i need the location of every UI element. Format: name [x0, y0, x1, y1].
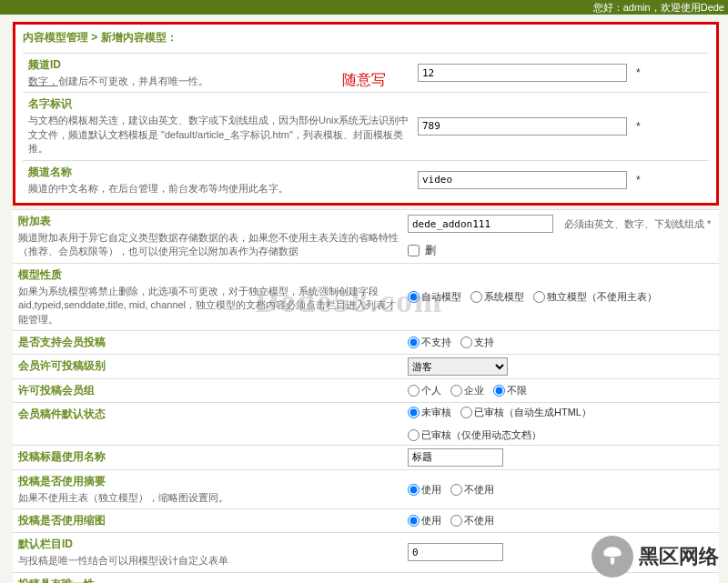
label-unique: 投稿具有唯一性 如果投稿是唯一的（会员只能在这个模型对应的栏目中发布单篇文档），… [13, 573, 404, 583]
breadcrumb: 内容模型管理 > 新增内容模型： [23, 30, 709, 45]
label-use-desc: 投稿是否使用摘要 如果不使用主表（独立模型），缩略图设置同。 [13, 470, 404, 508]
label-allow-group: 许可投稿会员组 [13, 379, 404, 402]
label-channel-name: 频道名称 频道的中文名称，在后台管理，前台发布等均使用此名字。 [23, 161, 414, 199]
channel-id-input[interactable] [418, 64, 627, 82]
radio-usedesc-yes[interactable] [408, 484, 420, 496]
highlight-box: 内容模型管理 > 新增内容模型： 频道ID 数字，创建后不可更改，并具有唯一性。… [13, 22, 719, 206]
model-type-radios: 自动模型 系统模型 独立模型（不使用主表） [404, 264, 719, 330]
label-name-id: 名字标识 与文档的模板相关连，建议由英文、数字或下划线组成，因为部份Unix系统… [23, 93, 414, 159]
radio-usedesc-no[interactable] [450, 484, 462, 496]
addon-delete-checkbox[interactable] [408, 245, 420, 256]
channel-name-input[interactable] [418, 171, 627, 189]
member-level-select[interactable]: 游客 [408, 357, 508, 376]
radio-personal[interactable] [408, 385, 420, 397]
label-member-level: 会员许可投稿级别 [13, 355, 404, 378]
label-default-status: 会员稿件默认状态 [13, 403, 404, 445]
radio-reviewed-html[interactable] [460, 407, 472, 418]
label-default-cat: 默认栏目ID 与投稿是唯一性结合可以用模型设计自定义表单 [13, 533, 404, 571]
breadcrumb-link[interactable]: 内容模型管理 [23, 31, 88, 44]
radio-nosupport[interactable] [408, 337, 420, 348]
radio-support[interactable] [460, 337, 472, 348]
radio-usethumb-no[interactable] [450, 515, 462, 527]
default-cat-input[interactable] [408, 543, 503, 561]
radio-usethumb-yes[interactable] [408, 515, 420, 527]
radio-indep-model[interactable] [533, 291, 545, 303]
title-name-input[interactable] [408, 448, 503, 467]
addon-table-input[interactable] [408, 215, 553, 233]
label-allow-member: 是否支持会员投稿 [13, 331, 404, 354]
label-model-type: 模型性质 如果为系统模型将禁止删除，此选项不可更改，对于独立模型，系统强制创建字… [13, 264, 404, 330]
radio-unreviewed[interactable] [408, 407, 420, 418]
radio-unlimited[interactable] [493, 385, 505, 397]
label-addon-table: 附加表 频道附加表用于异它自定义类型数据存储数据的表，如果您不使用主表关连的省略… [13, 210, 404, 263]
radio-reviewed-dynamic[interactable] [408, 429, 420, 441]
annotation-text: 随意写 [342, 71, 386, 90]
mushroom-icon [592, 536, 633, 578]
site-watermark: 黑区网络 [592, 536, 719, 578]
label-title-name: 投稿标题使用名称 [13, 446, 404, 469]
radio-system-model[interactable] [470, 291, 482, 303]
topbar: 您好：admin，欢迎使用Dede [0, 0, 728, 15]
radio-auto-model[interactable] [408, 291, 420, 303]
label-use-thumb: 投稿是否使用缩图 [13, 509, 404, 532]
radio-company[interactable] [450, 385, 462, 397]
name-id-input[interactable] [418, 117, 627, 136]
